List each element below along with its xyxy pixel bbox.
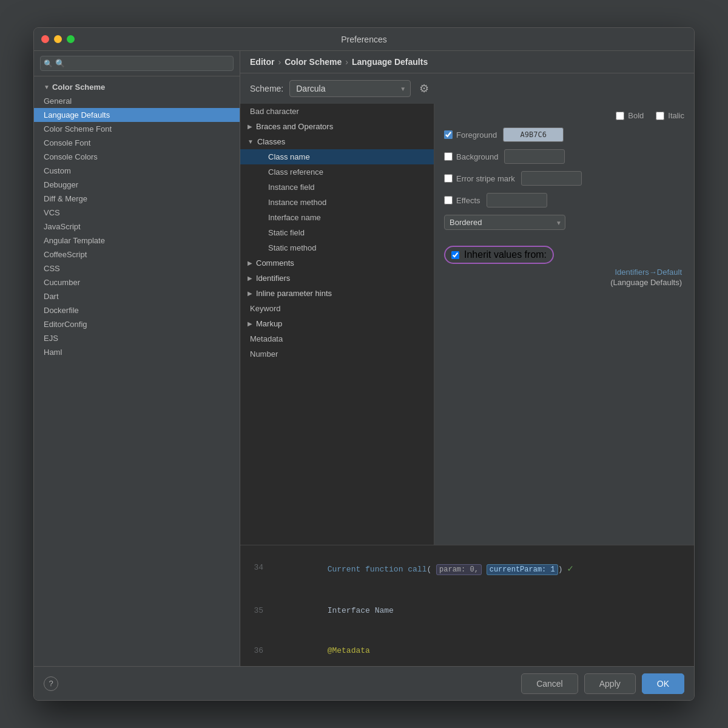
sidebar-item-diff-merge[interactable]: Diff & Merge [34, 192, 240, 206]
scheme-select[interactable]: Darcula [289, 80, 411, 97]
close-button[interactable] [41, 35, 49, 43]
color-tree-identifiers[interactable]: ▶ Identifiers [240, 271, 434, 286]
foreground-color-box[interactable]: A9B7C6 [503, 127, 564, 142]
color-tree-static-field[interactable]: Static field [240, 225, 434, 240]
cancel-button[interactable]: Cancel [521, 673, 578, 694]
color-tree-braces-operators[interactable]: ▶ Braces and Operators [240, 119, 434, 134]
background-checkbox[interactable] [444, 152, 453, 161]
code-preview: 34Current function call( param: 0, curre… [240, 545, 694, 666]
preferences-window: Preferences 🔍 ▼ Color Scheme General [33, 27, 695, 701]
color-tree-inline-hints[interactable]: ▶ Inline parameter hints [240, 286, 434, 301]
background-checkbox-label[interactable]: Background [444, 152, 498, 161]
search-icon: 🔍 [44, 59, 53, 68]
breadcrumb-editor: Editor [250, 57, 274, 67]
breadcrumb: Editor › Color Scheme › Language Default… [240, 51, 694, 73]
color-tree-keyword[interactable]: Keyword [240, 301, 434, 316]
sidebar-item-vcs[interactable]: VCS [34, 206, 240, 220]
effects-color-box[interactable] [487, 193, 547, 207]
sidebar-item-color-scheme-font[interactable]: Color Scheme Font [34, 122, 240, 136]
search-bar: 🔍 [34, 51, 240, 76]
ok-button[interactable]: OK [642, 673, 684, 694]
scheme-select-wrapper: Darcula ▼ [289, 80, 411, 97]
sidebar-item-editorconfig[interactable]: EditorConfig [34, 317, 240, 331]
minimize-button[interactable] [54, 35, 62, 43]
effects-checkbox[interactable] [444, 196, 453, 204]
color-tree-comments[interactable]: ▶ Comments [240, 255, 434, 271]
sidebar: 🔍 ▼ Color Scheme General Language Defaul… [34, 51, 240, 666]
sidebar-item-css[interactable]: CSS [34, 261, 240, 275]
inherit-row: Inherit values from: [444, 246, 684, 264]
main-content: 🔍 ▼ Color Scheme General Language Defaul… [34, 51, 694, 666]
sidebar-item-haml[interactable]: Haml [34, 345, 240, 359]
sidebar-item-coffeescript[interactable]: CoffeeScript [34, 248, 240, 261]
color-tree-metadata[interactable]: Metadata [240, 331, 434, 346]
inherit-sub: (Language Defaults) [610, 278, 682, 287]
scheme-label: Scheme: [250, 84, 283, 93]
sidebar-item-dart[interactable]: Dart [34, 289, 240, 303]
sidebar-section-color-scheme[interactable]: ▼ Color Scheme [34, 80, 240, 94]
color-tree-markup[interactable]: ▶ Markup [240, 316, 434, 331]
editor-area: Bad character ▶ Braces and Operators ▼ C… [240, 104, 694, 545]
bold-checkbox[interactable] [616, 112, 624, 120]
foreground-checkbox[interactable] [444, 130, 453, 139]
color-tree-number[interactable]: Number [240, 346, 434, 362]
inherit-link[interactable]: Identifiers→Default [444, 268, 682, 277]
effect-type-select[interactable]: Bordered Underline Bold Underline [444, 215, 565, 230]
breadcrumb-language-defaults: Language Defaults [352, 57, 428, 67]
color-tree-static-method[interactable]: Static method [240, 240, 434, 255]
italic-checkbox-label[interactable]: Italic [656, 111, 684, 120]
background-row: Background [444, 149, 684, 164]
expand-icon: ▶ [248, 260, 252, 266]
search-input[interactable] [40, 56, 234, 71]
italic-checkbox[interactable] [656, 112, 664, 120]
error-stripe-color-box[interactable] [521, 171, 582, 186]
sidebar-item-console-colors[interactable]: Console Colors [34, 150, 240, 164]
color-tree-class-name[interactable]: Class name [240, 149, 434, 164]
sidebar-item-debugger[interactable]: Debugger [34, 178, 240, 192]
sidebar-item-javascript[interactable]: JavaScript [34, 220, 240, 234]
sidebar-item-ejs[interactable]: EJS [34, 331, 240, 345]
code-line-35: 35Interface Name [240, 591, 694, 631]
sidebar-section-label: Color Scheme [52, 83, 105, 92]
color-tree-instance-field[interactable]: Instance field [240, 180, 434, 195]
foreground-row: Foreground A9B7C6 [444, 127, 684, 142]
right-panel: Editor › Color Scheme › Language Default… [240, 51, 694, 666]
error-stripe-row: Error stripe mark [444, 171, 684, 186]
sidebar-item-general[interactable]: General [34, 94, 240, 108]
sidebar-item-custom[interactable]: Custom [34, 164, 240, 178]
sidebar-item-console-font[interactable]: Console Font [34, 136, 240, 150]
inherit-checkbox-wrapper: Inherit values from: [444, 246, 554, 264]
color-tree-interface-name[interactable]: Interface name [240, 210, 434, 225]
scheme-row: Scheme: Darcula ▼ ⚙ [240, 73, 694, 104]
expand-icon: ▶ [248, 290, 252, 297]
color-tree-classes[interactable]: ▼ Classes [240, 134, 434, 149]
background-color-box[interactable] [504, 149, 565, 164]
collapse-icon: ▼ [248, 138, 254, 145]
code-line-34: 34Current function call( param: 0, curre… [240, 548, 694, 591]
sidebar-item-language-defaults[interactable]: Language Defaults [34, 108, 240, 122]
maximize-button[interactable] [67, 35, 75, 43]
help-button[interactable]: ? [44, 676, 58, 691]
bottom-bar: ? Cancel Apply OK [34, 666, 694, 700]
color-tree-class-reference[interactable]: Class reference [240, 164, 434, 180]
properties-panel: Bold Italic Foreground [434, 104, 694, 545]
apply-button[interactable]: Apply [584, 673, 636, 694]
error-stripe-checkbox[interactable] [444, 174, 453, 183]
color-scheme-tree: Bad character ▶ Braces and Operators ▼ C… [240, 104, 434, 545]
inherit-checkbox[interactable] [451, 251, 459, 259]
color-tree-bad-character[interactable]: Bad character [240, 104, 434, 119]
title-bar: Preferences [34, 28, 694, 51]
code-line-36: 36@Metadata [240, 632, 694, 666]
bold-checkbox-label[interactable]: Bold [616, 111, 644, 120]
foreground-checkbox-label[interactable]: Foreground [444, 130, 497, 140]
sidebar-item-angular-template[interactable]: Angular Template [34, 234, 240, 248]
sidebar-item-cucumber[interactable]: Cucumber [34, 275, 240, 289]
scheme-gear-button[interactable]: ⚙ [417, 79, 431, 98]
color-tree-instance-method[interactable]: Instance method [240, 195, 434, 210]
sidebar-tree: ▼ Color Scheme General Language Defaults… [34, 76, 240, 666]
breadcrumb-color-scheme: Color Scheme [285, 57, 342, 67]
sidebar-item-dockerfile[interactable]: Dockerfile [34, 303, 240, 317]
breadcrumb-sep2: › [345, 57, 348, 67]
effects-checkbox-label[interactable]: Effects [444, 196, 480, 205]
error-stripe-checkbox-label[interactable]: Error stripe mark [444, 174, 515, 183]
